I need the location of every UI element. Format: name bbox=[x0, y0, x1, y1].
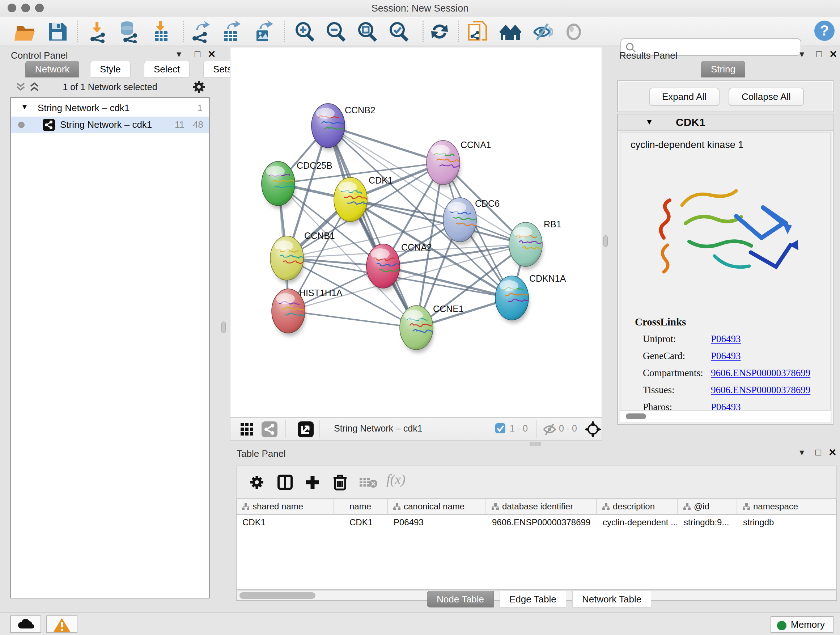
open-session-icon[interactable] bbox=[14, 20, 37, 43]
memory-button[interactable]: Memory bbox=[771, 616, 834, 633]
crosshair-icon[interactable] bbox=[584, 421, 602, 438]
table-cell[interactable]: CDK1 bbox=[237, 515, 333, 530]
panel-maximize-icon[interactable]: □ bbox=[815, 447, 821, 458]
table-cell[interactable]: cyclin-dependent ... bbox=[597, 515, 678, 530]
column-header-name[interactable]: name bbox=[333, 499, 388, 515]
network-from-selection-icon[interactable] bbox=[467, 20, 489, 43]
tab-node-table[interactable]: Node Table bbox=[427, 591, 494, 608]
panel-float-icon[interactable]: ▾ bbox=[799, 49, 804, 60]
crosslink-label: GeneCard: bbox=[643, 350, 685, 362]
tab-network[interactable]: Network bbox=[25, 61, 79, 78]
crosslink-value[interactable]: 9606.ENSP00000378699 bbox=[711, 385, 810, 396]
export-network-icon[interactable] bbox=[189, 20, 211, 43]
network-node-CDKN1A[interactable] bbox=[495, 276, 530, 323]
import-network-file-icon[interactable] bbox=[87, 20, 109, 43]
network-node-CCNB1[interactable] bbox=[270, 236, 305, 283]
network-node-RB1[interactable] bbox=[509, 222, 544, 270]
left-splitter-handle[interactable] bbox=[221, 321, 226, 333]
right-splitter-handle[interactable] bbox=[603, 235, 608, 247]
zoom-in-icon[interactable] bbox=[294, 20, 316, 43]
collection-count: 1 bbox=[197, 103, 202, 114]
tab-string[interactable]: String bbox=[701, 61, 745, 78]
network-row[interactable]: String Network – cdk1 11 48 bbox=[11, 117, 209, 133]
column-header-database-identifier[interactable]: database identifier bbox=[486, 499, 597, 515]
zoom-out-icon[interactable] bbox=[325, 20, 347, 43]
save-session-icon[interactable] bbox=[46, 20, 69, 43]
add-column-icon[interactable] bbox=[305, 474, 321, 490]
network-node-CCNE1[interactable] bbox=[400, 306, 434, 353]
column-header-description[interactable]: description bbox=[597, 499, 678, 515]
delete-column-icon[interactable] bbox=[332, 473, 348, 491]
results-hscrollbar[interactable] bbox=[620, 411, 831, 422]
zoom-fit-icon[interactable] bbox=[356, 20, 379, 43]
network-node-CDK1[interactable] bbox=[334, 177, 369, 225]
update-icon[interactable] bbox=[428, 20, 451, 43]
panel-close-icon[interactable]: ✕ bbox=[829, 49, 837, 60]
cloud-button[interactable] bbox=[10, 616, 41, 633]
table-hscrollbar-thumb[interactable] bbox=[240, 592, 316, 599]
first-neighbors-icon[interactable] bbox=[499, 20, 522, 43]
network-canvas[interactable]: CCNB2CCNA1CDC25BCDK1CDC6RB1CCNB1CCNA2CDK… bbox=[230, 47, 602, 417]
table-cell[interactable]: 9606.ENSP00000378699 bbox=[486, 515, 597, 530]
export-image-icon[interactable] bbox=[251, 20, 274, 43]
node-table[interactable]: shared namenamecanonical namedatabase id… bbox=[236, 499, 837, 590]
svg-text:?: ? bbox=[820, 22, 829, 38]
panel-float-icon[interactable]: ▾ bbox=[177, 49, 181, 60]
column-header-namespace[interactable]: namespace bbox=[737, 499, 837, 515]
show-all-icon[interactable] bbox=[563, 20, 585, 43]
column-header-shared-name[interactable]: shared name bbox=[237, 499, 333, 515]
birds-eye-view-icon[interactable] bbox=[298, 421, 314, 437]
panel-float-icon[interactable]: ▾ bbox=[799, 447, 804, 458]
crosslink-row: Tissues:9606.ENSP00000378699 bbox=[621, 382, 830, 399]
table-cell[interactable]: CDK1 bbox=[333, 515, 388, 530]
crosslink-value[interactable]: 9606.ENSP00000378699 bbox=[711, 367, 810, 379]
panel-close-icon[interactable]: ✕ bbox=[208, 49, 216, 60]
table-cell[interactable]: stringdb:9... bbox=[678, 515, 737, 530]
gear-icon[interactable] bbox=[193, 80, 205, 93]
tab-select[interactable]: Select bbox=[144, 61, 189, 78]
table-settings-gear-icon[interactable] bbox=[249, 475, 264, 489]
crosslink-label: Uniprot: bbox=[643, 333, 676, 345]
tab-edge-table[interactable]: Edge Table bbox=[500, 591, 566, 608]
network-share-view-icon[interactable] bbox=[262, 421, 278, 437]
network-selection-status: 1 of 1 Network selected bbox=[10, 82, 210, 92]
gene-section-header[interactable]: ▼ CDK1 bbox=[618, 114, 833, 131]
footer-separator bbox=[319, 420, 320, 438]
crosslink-value[interactable]: P06493 bbox=[711, 333, 741, 345]
column-header--id[interactable]: @id bbox=[678, 499, 737, 515]
show-columns-icon[interactable] bbox=[277, 474, 293, 490]
panel-close-icon[interactable]: ✕ bbox=[829, 447, 837, 458]
collapse-all-button[interactable]: Collapse All bbox=[729, 88, 804, 106]
import-network-database-icon[interactable] bbox=[118, 20, 140, 43]
zoom-selected-icon[interactable] bbox=[388, 20, 410, 43]
panel-maximize-icon[interactable]: □ bbox=[816, 49, 822, 60]
edge-HIST1H1A-CCNE1[interactable] bbox=[288, 311, 416, 328]
grid-view-icon[interactable] bbox=[240, 423, 254, 437]
edge-CCNA2-CDKN1A[interactable] bbox=[383, 266, 512, 298]
help-icon[interactable]: ? bbox=[813, 19, 836, 42]
column-header-canonical-name[interactable]: canonical name bbox=[388, 499, 486, 515]
export-table-icon[interactable] bbox=[219, 20, 242, 43]
section-expander-icon[interactable]: ▼ bbox=[645, 117, 653, 127]
table-cell[interactable]: P06493 bbox=[388, 515, 486, 530]
selected-checkbox-icon[interactable] bbox=[495, 423, 505, 433]
network-node-CCNA2[interactable] bbox=[366, 244, 401, 291]
tab-network-table[interactable]: Network Table bbox=[572, 591, 651, 608]
network-list: ▼ String Network – cdk1 1 String Network… bbox=[10, 97, 210, 599]
collection-expander-icon[interactable]: ▼ bbox=[21, 103, 28, 111]
results-hscrollbar-thumb[interactable] bbox=[626, 413, 646, 419]
network-node-CCNB2[interactable] bbox=[311, 103, 346, 151]
control-panel-title: Control Panel bbox=[11, 50, 68, 61]
import-table-icon[interactable] bbox=[150, 20, 172, 43]
tab-style[interactable]: Style bbox=[90, 61, 131, 78]
crosslink-value[interactable]: P06493 bbox=[711, 350, 741, 362]
node-label-CCNB1: CCNB1 bbox=[304, 231, 335, 241]
warnings-button[interactable] bbox=[46, 616, 77, 633]
panel-maximize-icon[interactable]: □ bbox=[195, 49, 201, 60]
expand-all-button[interactable]: Expand All bbox=[649, 88, 720, 106]
hide-selected-icon[interactable] bbox=[531, 20, 554, 43]
table-cell[interactable]: stringdb bbox=[737, 515, 837, 530]
network-collection-row[interactable]: ▼ String Network – cdk1 1 bbox=[11, 100, 209, 117]
toolbar-separator bbox=[284, 21, 285, 42]
crosslink-row: GeneCard:P06493 bbox=[621, 348, 830, 365]
